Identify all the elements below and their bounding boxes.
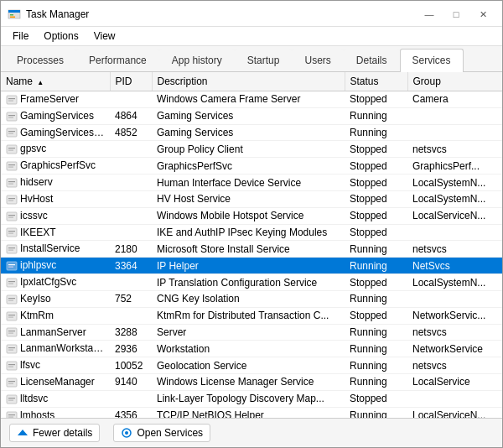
- cell-status: Stopped: [345, 91, 407, 108]
- col-header-status[interactable]: Status: [345, 72, 407, 91]
- maximize-button[interactable]: □: [443, 6, 469, 23]
- svg-rect-23: [8, 198, 15, 199]
- menu-view[interactable]: View: [87, 29, 122, 44]
- table-row[interactable]: GamingServices4864Gaming ServicesRunning: [1, 107, 502, 124]
- cell-name: GraphicsPerfSvc: [1, 158, 110, 175]
- table-row[interactable]: lmhosts4356TCP/IP NetBIOS HelperRunningL…: [1, 407, 502, 418]
- cell-name: gpsvc: [1, 141, 110, 158]
- col-header-group[interactable]: Group: [407, 72, 502, 91]
- tab-details[interactable]: Details: [344, 49, 400, 71]
- service-icon: [6, 227, 18, 238]
- svg-rect-3: [10, 17, 15, 18]
- svg-rect-28: [7, 228, 17, 237]
- cell-group: [407, 390, 502, 407]
- cell-desc: IKE and AuthIP IPsec Keying Modules: [152, 224, 345, 241]
- service-icon: [6, 243, 18, 255]
- svg-rect-46: [7, 328, 17, 336]
- table-row[interactable]: LanmanWorkstation2936WorkstationRunningN…: [1, 341, 502, 357]
- table-row[interactable]: LanmanServer3288ServerRunningnetsvcs: [1, 324, 502, 341]
- table-row[interactable]: LicenseManager9140Windows License Manage…: [1, 374, 502, 391]
- tab-performance[interactable]: Performance: [76, 49, 159, 71]
- tab-users[interactable]: Users: [292, 49, 343, 71]
- cell-name: FrameServer: [1, 91, 110, 108]
- service-icon: [6, 343, 18, 355]
- cell-pid: 2936: [110, 341, 152, 357]
- menu-options[interactable]: Options: [37, 29, 85, 44]
- svg-rect-59: [8, 398, 15, 399]
- tab-processes[interactable]: Processes: [4, 49, 76, 71]
- table-row[interactable]: IKEEXTIKE and AuthIP IPsec Keying Module…: [1, 224, 502, 241]
- svg-rect-24: [8, 200, 13, 201]
- tab-startup[interactable]: Startup: [235, 49, 293, 71]
- table-row[interactable]: InstallService2180Microsoft Store Instal…: [1, 241, 502, 258]
- cell-status: Running: [345, 241, 407, 258]
- table-row[interactable]: GamingServicesNet4852Gaming ServicesRunn…: [1, 124, 502, 141]
- cell-status: Running: [345, 324, 407, 341]
- col-header-name[interactable]: Name ▲: [1, 72, 110, 91]
- table-row[interactable]: HvHostHV Host ServiceStoppedLocalSystemN…: [1, 190, 502, 207]
- cell-group: netsvcs: [407, 324, 502, 341]
- cell-name: KtmRm: [1, 307, 110, 324]
- cell-status: Running: [345, 357, 407, 374]
- service-icon: [6, 410, 18, 418]
- table-row[interactable]: icssvcWindows Mobile Hotspot ServiceStop…: [1, 207, 502, 224]
- table-row[interactable]: lfsvc10052Geolocation ServiceRunningnets…: [1, 357, 502, 374]
- service-icon: [6, 294, 18, 305]
- minimize-button[interactable]: —: [417, 6, 442, 23]
- cell-desc: KtmRm for Distributed Transaction C...: [152, 307, 345, 324]
- svg-rect-51: [8, 350, 13, 351]
- table-row[interactable]: gpsvcGroup Policy ClientStoppednetsvcs: [1, 141, 502, 158]
- cell-desc: Geolocation Service: [152, 357, 345, 374]
- svg-rect-10: [7, 128, 17, 137]
- svg-rect-45: [8, 316, 13, 317]
- col-header-pid[interactable]: PID: [110, 72, 152, 91]
- cell-desc: Link-Layer Topology Discovery Map...: [152, 390, 345, 407]
- cell-pid: 752: [110, 290, 152, 307]
- service-icon: [6, 277, 18, 289]
- svg-rect-36: [8, 267, 13, 268]
- title-bar-controls: — □ ✕: [417, 6, 495, 23]
- svg-rect-49: [7, 345, 17, 353]
- table-row[interactable]: lltdsvcLink-Layer Topology Discovery Map…: [1, 390, 502, 407]
- cell-desc: IP Helper: [152, 258, 345, 274]
- open-services-button[interactable]: Open Services: [113, 424, 210, 442]
- sort-indicator-name: ▲: [37, 79, 44, 86]
- table-row[interactable]: IpxlatCfgSvcIP Translation Configuration…: [1, 274, 502, 291]
- cell-group: netsvcs: [407, 357, 502, 374]
- cell-group: netsvcs: [407, 241, 502, 258]
- col-header-desc[interactable]: Description: [152, 72, 345, 91]
- menu-file[interactable]: File: [6, 29, 35, 44]
- cell-desc: TCP/IP NetBIOS Helper: [152, 407, 345, 418]
- cell-status: Stopped: [345, 190, 407, 207]
- svg-rect-13: [7, 145, 17, 154]
- service-icon: [6, 326, 18, 338]
- table-row[interactable]: iphlpsvc3364IP HelperRunningNetSvcs: [1, 258, 502, 274]
- content-area: Name ▲ PID Description Status: [1, 72, 502, 418]
- cell-group: NetSvcs: [407, 258, 502, 274]
- table-row[interactable]: KeyIso752CNG Key IsolationRunning: [1, 290, 502, 307]
- svg-rect-53: [8, 364, 15, 365]
- table-row[interactable]: KtmRmKtmRm for Distributed Transaction C…: [1, 307, 502, 324]
- cell-status: Stopped: [345, 158, 407, 175]
- cell-status: Stopped: [345, 175, 407, 191]
- svg-rect-44: [8, 315, 15, 315]
- table-row[interactable]: hidservHuman Interface Device ServiceSto…: [1, 175, 502, 191]
- close-button[interactable]: ✕: [470, 6, 495, 23]
- fewer-details-button[interactable]: Fewer details: [9, 424, 100, 442]
- table-row[interactable]: GraphicsPerfSvcGraphicsPerfSvcStoppedGra…: [1, 158, 502, 175]
- svg-rect-1: [8, 10, 20, 13]
- table-row[interactable]: FrameServerWindows Camera Frame ServerSt…: [1, 91, 502, 108]
- cell-name: lmhosts: [1, 407, 110, 418]
- table-header-row: Name ▲ PID Description Status: [1, 72, 502, 91]
- cell-group: Camera: [407, 91, 502, 108]
- cell-status: Running: [345, 258, 407, 274]
- tab-services[interactable]: Services: [400, 49, 464, 72]
- service-icon: [6, 360, 18, 372]
- cell-desc: Server: [152, 324, 345, 341]
- svg-rect-16: [7, 162, 17, 170]
- svg-rect-19: [7, 179, 17, 187]
- tab-app-history[interactable]: App history: [159, 49, 235, 71]
- svg-rect-55: [7, 378, 17, 387]
- service-icon: [6, 393, 18, 405]
- services-table-container[interactable]: Name ▲ PID Description Status: [1, 72, 502, 418]
